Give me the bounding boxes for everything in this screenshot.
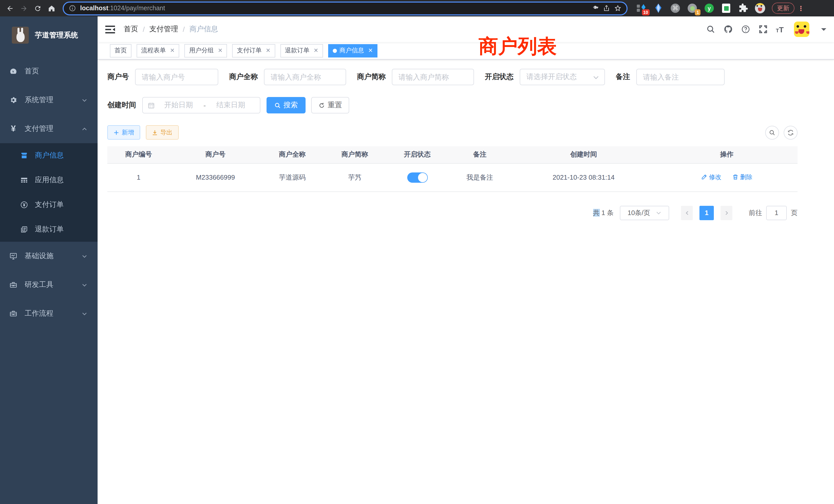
col-created-at: 创建时间 bbox=[511, 146, 656, 163]
url-host: localhost bbox=[80, 5, 108, 12]
page-number-current[interactable]: 1 bbox=[699, 206, 714, 220]
breadcrumb-pay[interactable]: 支付管理 bbox=[150, 25, 178, 34]
extension-command-icon[interactable]: ⌘ bbox=[670, 3, 681, 14]
add-button-label: 新增 bbox=[122, 128, 134, 137]
site-info-icon[interactable] bbox=[69, 5, 76, 12]
sidebar-item-merchant-info[interactable]: 商户信息 bbox=[0, 143, 97, 168]
sidebar-item-label: 基础设施 bbox=[25, 251, 53, 261]
tab-refund-order[interactable]: 退款订单✕ bbox=[280, 44, 323, 57]
browser-chrome: localhost:1024/pay/merchant 10 ⌘ bbox=[0, 0, 834, 17]
sidebar-item-infra[interactable]: 基础设施 bbox=[0, 242, 97, 271]
select-chevron-icon bbox=[656, 210, 661, 215]
toggle-search-button[interactable] bbox=[765, 125, 779, 139]
tab-process-form[interactable]: 流程表单✕ bbox=[137, 44, 179, 57]
sidebar-item-pay[interactable]: ¥ 支付管理 bbox=[0, 114, 97, 143]
status-toggle-on[interactable] bbox=[407, 172, 427, 182]
remark-input[interactable] bbox=[636, 69, 725, 85]
github-icon[interactable] bbox=[723, 25, 732, 34]
table-toolbar: 新增 导出 bbox=[107, 125, 797, 140]
dashboard-gauge-icon bbox=[9, 67, 18, 75]
date-start-placeholder: 开始日期 bbox=[155, 100, 202, 110]
filter-row-2: 创建时间 开始日期 - 结束日期 搜索 重置 bbox=[107, 97, 834, 113]
plus-icon bbox=[113, 130, 119, 135]
tab-user-group[interactable]: 用户分组✕ bbox=[184, 44, 227, 57]
full-name-input[interactable] bbox=[264, 69, 346, 85]
sidebar-item-workflow[interactable]: 工作流程 bbox=[0, 299, 97, 328]
sidebar-item-dev-tools[interactable]: 研发工具 bbox=[0, 271, 97, 299]
extension-vue-devtools-icon[interactable]: 10 bbox=[636, 3, 647, 14]
extension-kite-icon[interactable] bbox=[653, 3, 664, 14]
tab-pay-order[interactable]: 支付订单✕ bbox=[233, 44, 275, 57]
search-icon[interactable] bbox=[706, 25, 715, 34]
status-select[interactable]: 请选择开启状态 bbox=[520, 69, 605, 85]
add-button[interactable]: 新增 bbox=[107, 125, 140, 140]
cell-full-name: 芋道源码 bbox=[261, 163, 324, 191]
chevron-left-icon bbox=[684, 210, 689, 215]
help-question-icon[interactable] bbox=[741, 25, 750, 34]
reset-button[interactable]: 重置 bbox=[311, 97, 349, 113]
sidebar-fold-icon[interactable] bbox=[105, 25, 115, 33]
tab-close-icon[interactable]: ✕ bbox=[170, 47, 175, 54]
browser-profile-avatar[interactable] bbox=[754, 3, 766, 14]
delete-link[interactable]: 删除 bbox=[732, 173, 752, 182]
fullscreen-icon[interactable] bbox=[758, 25, 768, 34]
tab-close-icon[interactable]: ✕ bbox=[218, 47, 222, 54]
next-page-button[interactable] bbox=[721, 206, 732, 220]
export-button[interactable]: 导出 bbox=[146, 125, 179, 140]
share-icon[interactable] bbox=[603, 5, 610, 12]
extension-notes-icon[interactable] bbox=[721, 3, 732, 14]
date-range-picker[interactable]: 开始日期 - 结束日期 bbox=[142, 97, 260, 113]
app-logo: 芋道管理系统 bbox=[0, 17, 97, 57]
tab-close-icon[interactable]: ✕ bbox=[313, 47, 318, 54]
header-actions: TT bbox=[706, 22, 826, 37]
cell-merchant-no: M233666999 bbox=[170, 163, 261, 191]
page-content: 商户号 商户全称 商户简称 开启状态 请选择开启状态 bbox=[97, 60, 834, 220]
sidebar-item-label: 工作流程 bbox=[25, 309, 53, 318]
page-size-value: 10条/页 bbox=[628, 208, 650, 217]
url-bar[interactable]: localhost:1024/pay/merchant bbox=[63, 1, 628, 15]
extension-badge: 1 bbox=[695, 9, 701, 16]
tab-merchant-info-active[interactable]: 商户信息✕ bbox=[328, 44, 377, 57]
sidebar-item-pay-order[interactable]: 支付订单 bbox=[0, 192, 97, 217]
browser-back-icon[interactable] bbox=[3, 1, 17, 15]
document-copy-icon bbox=[20, 225, 29, 233]
sidebar-item-app-info[interactable]: 应用信息 bbox=[0, 168, 97, 192]
sidebar-item-home[interactable]: 首页 bbox=[0, 57, 97, 86]
page-size-select[interactable]: 10条/页 bbox=[620, 206, 669, 220]
short-name-input[interactable] bbox=[392, 69, 474, 85]
breadcrumb-current: 商户信息 bbox=[190, 25, 218, 34]
tab-close-icon[interactable]: ✕ bbox=[368, 47, 373, 54]
browser-forward-icon[interactable] bbox=[17, 1, 31, 15]
font-size-icon[interactable]: TT bbox=[776, 25, 784, 33]
user-avatar[interactable] bbox=[794, 22, 809, 37]
bookmark-star-icon[interactable] bbox=[614, 5, 621, 12]
table-tools bbox=[765, 125, 797, 139]
edit-link[interactable]: 修改 bbox=[701, 173, 721, 182]
search-button[interactable]: 搜索 bbox=[266, 97, 306, 113]
refresh-icon bbox=[319, 102, 325, 109]
password-key-icon[interactable] bbox=[592, 5, 599, 12]
pagination: 共 1 条 10条/页 1 前往 页 bbox=[107, 206, 797, 220]
extensions-puzzle-icon[interactable] bbox=[738, 3, 749, 14]
goto-page-input[interactable] bbox=[766, 206, 787, 220]
breadcrumb-home[interactable]: 首页 bbox=[124, 25, 138, 34]
refresh-table-button[interactable] bbox=[784, 125, 797, 139]
extension-proxy-icon[interactable]: 1 bbox=[687, 3, 698, 14]
avatar-caret-icon[interactable] bbox=[821, 28, 826, 33]
sidebar-item-refund-order[interactable]: 退款订单 bbox=[0, 217, 97, 242]
short-name-label: 商户简称 bbox=[357, 72, 386, 82]
monitor-chart-icon bbox=[9, 252, 18, 260]
chevron-up-icon bbox=[82, 126, 87, 132]
browser-menu-icon[interactable]: ⋮ bbox=[797, 4, 804, 12]
sidebar-item-system[interactable]: 系统管理 bbox=[0, 86, 97, 114]
tab-home[interactable]: 首页 bbox=[110, 44, 131, 57]
tab-close-icon[interactable]: ✕ bbox=[266, 47, 270, 54]
extension-yudao-icon[interactable]: y bbox=[704, 3, 715, 14]
cell-merchant-id: 1 bbox=[107, 163, 170, 191]
browser-update-button[interactable]: 更新 bbox=[772, 3, 794, 14]
cell-actions: 修改 删除 bbox=[656, 163, 797, 191]
merchant-no-input[interactable] bbox=[135, 69, 218, 85]
browser-home-icon[interactable] bbox=[45, 1, 59, 15]
browser-reload-icon[interactable] bbox=[31, 1, 45, 15]
prev-page-button[interactable] bbox=[681, 206, 693, 220]
